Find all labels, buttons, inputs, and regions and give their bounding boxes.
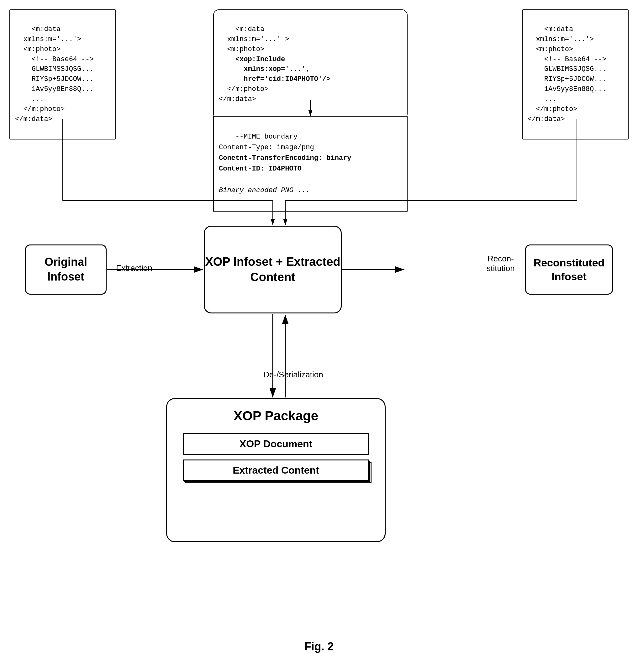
extracted-content-box: Extracted Content (183, 460, 369, 481)
original-infoset-label: Original Infoset (26, 255, 106, 284)
code-box-center-top: <m:data xmlns:m='...' > <m:photo> <xop:I… (213, 10, 407, 119)
original-infoset-box: Original Infoset (25, 244, 106, 295)
reconstitution-label: Recon- stitution (479, 254, 523, 273)
xop-infoset-label: XOP Infoset + Extracted Content (205, 254, 341, 285)
reconstituted-infoset-box: Reconstituted Infoset (525, 244, 613, 295)
code-box-right: <m:data xmlns:m='...'> <m:photo> <!-- Ba… (522, 10, 628, 139)
code-left-text: <m:data xmlns:m='...'> <m:photo> <!-- Ba… (15, 25, 94, 123)
deserialization-label: De-/Serialization (263, 370, 323, 380)
mime-line3: Conetnt-TransferEncoding: binary Content… (219, 154, 351, 173)
code-box-left: <m:data xmlns:m='...'> <m:photo> <!-- Ba… (10, 10, 116, 139)
xop-infoset-box: XOP Infoset + Extracted Content (204, 226, 342, 313)
reconstituted-infoset-label: Reconstituted Infoset (526, 256, 612, 283)
mime-box: --MIME_boundary Content-Type: image/png … (213, 116, 407, 211)
xop-document-box: XOP Document (183, 433, 369, 455)
code-center-top-text: <m:data xmlns:m='...' > <m:photo> <xop:I… (219, 25, 331, 103)
code-right-text: <m:data xmlns:m='...'> <m:photo> <!-- Ba… (528, 25, 606, 123)
extracted-content-stack: Extracted Content (183, 460, 369, 481)
mime-line6: Binary encoded PNG ... (219, 187, 310, 194)
xop-package-title: XOP Package (167, 399, 385, 430)
mime-line1: --MIME_boundary Content-Type: image/png (219, 133, 314, 151)
diagram-container: <m:data xmlns:m='...'> <m:photo> <!-- Ba… (0, 0, 638, 672)
xop-package-box: XOP Package XOP Document Extracted Conte… (166, 398, 386, 542)
extraction-label: Extraction (116, 263, 152, 273)
figure-caption: Fig. 2 (304, 640, 334, 653)
